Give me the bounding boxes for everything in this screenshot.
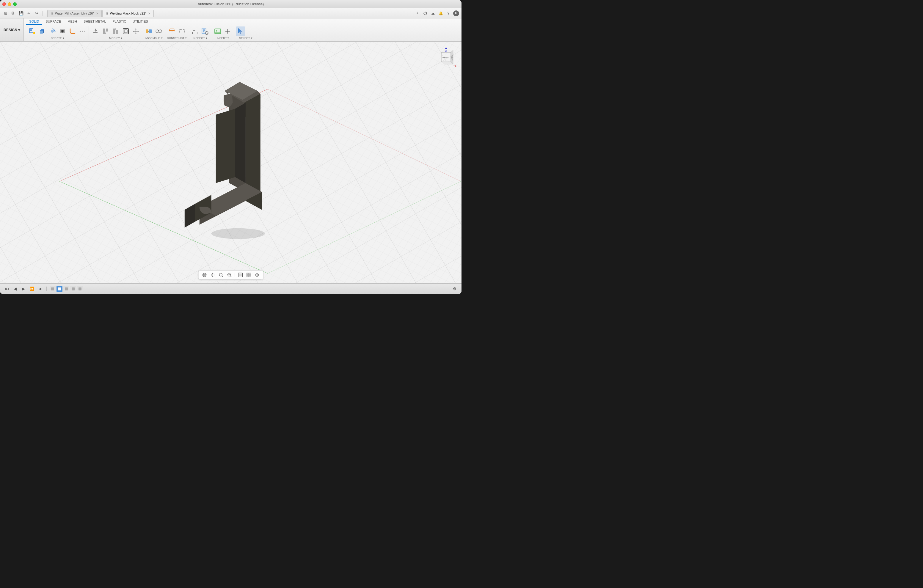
fillet-mod-btn[interactable]	[101, 26, 110, 36]
svg-marker-86	[185, 204, 195, 227]
tab-sheet-metal[interactable]: SHEET METAL	[80, 18, 109, 25]
settings-btn[interactable]: ⚙	[452, 286, 458, 292]
svg-point-14	[51, 30, 54, 33]
timeline-start-btn[interactable]: ⏮	[3, 286, 10, 292]
notification-icon[interactable]: 🔔	[438, 10, 443, 16]
status-bar: ⏮ ◀ ▶ ⏩ ⏭ ⚙	[0, 283, 462, 294]
navigation-cube[interactable]: FRONT RIGHT Z X	[435, 46, 457, 68]
tab-plastic[interactable]: PLASTIC	[110, 18, 129, 25]
view-pan-btn[interactable]	[209, 271, 217, 279]
svg-rect-119	[247, 275, 249, 277]
svg-rect-29	[124, 30, 127, 33]
tab-surface[interactable]: SURFACE	[43, 18, 64, 25]
tab-close-btn[interactable]: ✕	[96, 12, 99, 15]
save-icon[interactable]: 💾	[18, 10, 25, 16]
hole-btn[interactable]	[57, 26, 67, 36]
svg-rect-123	[51, 287, 54, 291]
tab-close-active-btn[interactable]: ✕	[148, 12, 151, 15]
extrude-btn[interactable]	[38, 26, 47, 36]
plane-btn[interactable]	[167, 26, 177, 36]
svg-marker-106	[212, 276, 214, 277]
svg-text:Z: Z	[445, 50, 447, 52]
joint-btn[interactable]	[144, 26, 153, 36]
application-window: Autodesk Fusion 360 (Education License) …	[0, 0, 462, 294]
timeline-play-btn[interactable]: ▶	[20, 286, 27, 292]
svg-rect-124	[58, 287, 61, 291]
press-pull-btn[interactable]	[91, 26, 100, 36]
timeline-end-btn[interactable]: ⏭	[37, 286, 43, 292]
svg-rect-126	[72, 287, 75, 291]
shell-btn[interactable]	[121, 26, 131, 36]
svg-point-19	[82, 31, 83, 32]
user-avatar[interactable]: U	[453, 10, 459, 16]
history-item-1[interactable]	[50, 286, 56, 292]
svg-rect-36	[146, 30, 148, 33]
tab-water-mill[interactable]: ⚙ Water Mill (Assembly) v26* ✕	[47, 10, 102, 17]
tab-utilities[interactable]: UTILITIES	[130, 18, 151, 25]
construct-group: CONSTRUCT ▾	[166, 26, 188, 40]
svg-rect-37	[149, 30, 152, 33]
svg-marker-35	[138, 31, 139, 32]
svg-text:X: X	[455, 65, 457, 67]
design-button[interactable]: DESIGN ▾	[0, 18, 24, 41]
design-label: DESIGN ▾	[3, 28, 20, 32]
right-controls: + ☁ 🔔 ? U	[414, 10, 459, 16]
minimize-button[interactable]	[8, 2, 11, 6]
chamfer-btn[interactable]	[111, 26, 120, 36]
apps-icon[interactable]: ⊞	[2, 10, 9, 16]
zoom-btn[interactable]	[226, 271, 233, 279]
help-icon[interactable]: ?	[445, 10, 452, 16]
revolve-btn[interactable]	[48, 26, 57, 36]
history-item-4[interactable]	[70, 286, 76, 292]
tab-mesh[interactable]: MESH	[64, 18, 80, 25]
select-btn[interactable]	[236, 26, 245, 36]
svg-marker-88	[235, 103, 246, 183]
file-menu[interactable]	[10, 10, 16, 16]
rigid-group-btn[interactable]	[154, 26, 164, 36]
svg-text:RIGHT: RIGHT	[451, 55, 453, 61]
move-btn[interactable]	[131, 26, 141, 36]
svg-marker-66	[238, 28, 242, 34]
canvas-area[interactable]: FRONT RIGHT Z X	[0, 42, 462, 283]
create-label: CREATE ▾	[51, 36, 64, 39]
display-mode-btn[interactable]	[237, 271, 244, 279]
more-create-btn[interactable]	[78, 26, 87, 36]
history-item-2[interactable]	[56, 286, 62, 292]
tab-solid[interactable]: SOLID	[26, 18, 42, 25]
measure-btn[interactable]	[190, 26, 200, 36]
select-filter-btn[interactable]	[246, 26, 255, 36]
add-tab-btn[interactable]: +	[414, 10, 420, 16]
inspect-btn[interactable]	[200, 26, 210, 36]
zoom-fit-btn[interactable]	[218, 271, 225, 279]
insert-more-btn[interactable]	[223, 26, 233, 36]
timeline-next-btn[interactable]: ⏩	[28, 286, 35, 292]
grid-display-btn[interactable]	[245, 271, 253, 279]
canvas-bottom-toolbar	[198, 270, 263, 280]
sync-icon[interactable]	[422, 10, 428, 16]
axis-btn[interactable]	[177, 26, 187, 36]
tab-welding-mask[interactable]: ⚙ Welding Mask Hook v22* ✕	[102, 10, 154, 17]
close-button[interactable]	[2, 2, 6, 6]
maximize-button[interactable]	[13, 2, 16, 6]
svg-marker-22	[94, 28, 97, 32]
history-item-3[interactable]	[63, 286, 69, 292]
timeline-prev-btn[interactable]: ◀	[12, 286, 18, 292]
view-orbit-btn[interactable]	[201, 271, 208, 279]
view-settings-btn[interactable]	[254, 271, 261, 279]
undo-icon[interactable]: ↩	[26, 10, 32, 16]
assemble-label: ASSEMBLE ▾	[145, 36, 163, 39]
svg-rect-116	[239, 273, 242, 276]
canvas[interactable]: FRONT RIGHT Z X	[0, 42, 462, 283]
svg-text:FRONT: FRONT	[442, 56, 450, 59]
svg-rect-117	[247, 273, 249, 275]
toolbar: DESIGN ▾ SOLID SURFACE MESH SHEET METAL …	[0, 18, 462, 42]
cloud-icon[interactable]: ☁	[430, 10, 436, 16]
history-item-5[interactable]	[77, 286, 83, 292]
fillet-btn[interactable]	[68, 26, 77, 36]
construct-label: CONSTRUCT ▾	[167, 36, 187, 39]
redo-icon[interactable]: ↪	[33, 10, 40, 16]
svg-marker-32	[135, 28, 136, 30]
insert-image-btn[interactable]	[213, 26, 222, 36]
new-sketch-btn[interactable]	[27, 26, 37, 36]
svg-rect-23	[103, 28, 105, 34]
